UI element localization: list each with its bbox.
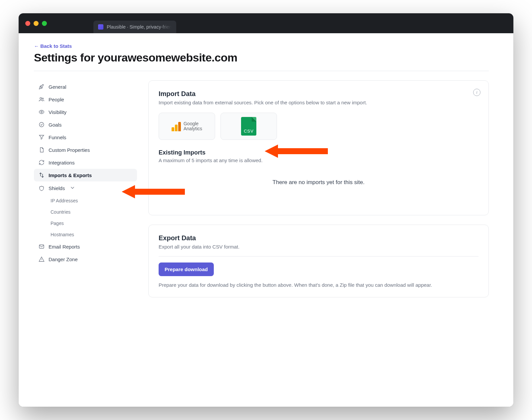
import-data-desc: Import existing data from external sourc… xyxy=(159,100,478,105)
document-icon xyxy=(39,147,45,153)
csv-file-icon: CSV xyxy=(241,117,256,136)
minimize-icon[interactable] xyxy=(34,21,39,26)
sidebar-item-visibility[interactable]: Visibility xyxy=(34,106,137,118)
browser-window: Plausible · Simple, privacy-frien ← Back… xyxy=(19,13,513,407)
export-data-title: Export Data xyxy=(159,234,478,242)
sidebar-subitem-pages[interactable]: Pages xyxy=(34,218,137,229)
ga-label-1: Google xyxy=(184,121,202,126)
sidebar-item-label: General xyxy=(49,84,66,90)
import-data-card: i Import Data Import existing data from … xyxy=(148,80,489,215)
import-option-csv[interactable]: CSV xyxy=(220,113,277,140)
existing-imports-desc: A maximum of 5 imports at any time is al… xyxy=(159,158,478,163)
sidebar-item-custom-properties[interactable]: Custom Properties xyxy=(34,144,137,156)
sidebar-item-label: People xyxy=(49,97,64,102)
svg-point-0 xyxy=(40,97,42,99)
sidebar-item-label: Goals xyxy=(49,122,62,128)
funnel-icon xyxy=(39,134,45,140)
sidebar-item-label: Shields xyxy=(49,185,65,191)
prepare-download-button[interactable]: Prepare download xyxy=(159,262,214,276)
sidebar-item-goals[interactable]: Goals xyxy=(34,118,137,131)
arrows-up-down-icon xyxy=(39,172,45,178)
info-icon[interactable]: i xyxy=(473,89,480,96)
tab-title: Plausible · Simple, privacy-frien xyxy=(107,24,172,30)
sidebar-item-imports-exports[interactable]: Imports & Exports xyxy=(34,169,137,181)
window-controls xyxy=(25,21,47,26)
refresh-icon xyxy=(39,159,45,165)
page-title: Settings for yourawesomewebsite.com xyxy=(34,51,489,64)
close-icon[interactable] xyxy=(25,21,30,26)
csv-label: CSV xyxy=(244,129,254,134)
browser-tab[interactable]: Plausible · Simple, privacy-frien xyxy=(93,21,176,33)
sidebar-item-email-reports[interactable]: Email Reports xyxy=(34,240,137,253)
google-analytics-icon xyxy=(172,121,181,131)
sidebar-item-integrations[interactable]: Integrations xyxy=(34,156,137,169)
sidebar-item-general[interactable]: General xyxy=(34,80,137,93)
svg-point-2 xyxy=(41,111,43,113)
divider xyxy=(159,256,478,257)
ga-label-2: Analytics xyxy=(184,126,202,131)
sidebar-item-label: Integrations xyxy=(49,160,74,165)
sidebar-subitem-hostnames[interactable]: Hostnames xyxy=(34,229,137,240)
eye-icon xyxy=(39,109,45,115)
sidebar-item-label: Danger Zone xyxy=(49,257,78,262)
import-data-title: Import Data xyxy=(159,90,478,98)
svg-point-1 xyxy=(42,98,44,99)
sidebar-item-shields[interactable]: Shields xyxy=(34,181,137,195)
sidebar-subitem-countries[interactable]: Countries xyxy=(34,206,137,218)
maximize-icon[interactable] xyxy=(42,21,47,26)
scroll-area[interactable]: ← Back to Stats Settings for yourawesome… xyxy=(19,33,513,407)
warning-icon xyxy=(39,256,45,262)
sidebar-item-label: Visibility xyxy=(49,109,66,115)
divider xyxy=(34,71,489,71)
existing-imports-title: Existing Imports xyxy=(159,149,478,156)
import-option-google-analytics[interactable]: Google Analytics xyxy=(159,113,215,140)
sidebar-item-people[interactable]: People xyxy=(34,93,137,106)
shield-icon xyxy=(39,185,45,191)
sidebar-subitem-ip[interactable]: IP Addresses xyxy=(34,195,137,206)
sidebar-item-funnels[interactable]: Funnels xyxy=(34,131,137,144)
export-data-desc: Export all your data into CSV format. xyxy=(159,244,478,250)
check-circle-icon xyxy=(39,122,45,128)
favicon-icon xyxy=(98,24,103,30)
sidebar-item-label: Custom Properties xyxy=(49,147,90,153)
sidebar-item-label: Funnels xyxy=(49,135,66,140)
mail-icon xyxy=(39,244,45,250)
sidebar-item-label: Email Reports xyxy=(49,244,80,250)
chevron-down-icon xyxy=(69,185,75,192)
rocket-icon xyxy=(39,84,45,90)
svg-point-3 xyxy=(39,122,44,127)
titlebar: Plausible · Simple, privacy-frien xyxy=(19,13,513,33)
export-data-card: Export Data Export all your data into CS… xyxy=(148,225,489,297)
settings-sidebar: General People Visibility Goals xyxy=(34,80,137,307)
export-help-text: Prepare your data for download by clicki… xyxy=(159,282,478,288)
back-to-stats-link[interactable]: ← Back to Stats xyxy=(34,43,72,49)
sidebar-item-danger-zone[interactable]: Danger Zone xyxy=(34,253,137,265)
empty-imports-message: There are no imports yet for this site. xyxy=(159,163,478,206)
sidebar-item-label: Imports & Exports xyxy=(49,172,92,178)
content-area: ← Back to Stats Settings for yourawesome… xyxy=(19,33,513,407)
users-icon xyxy=(39,96,45,102)
